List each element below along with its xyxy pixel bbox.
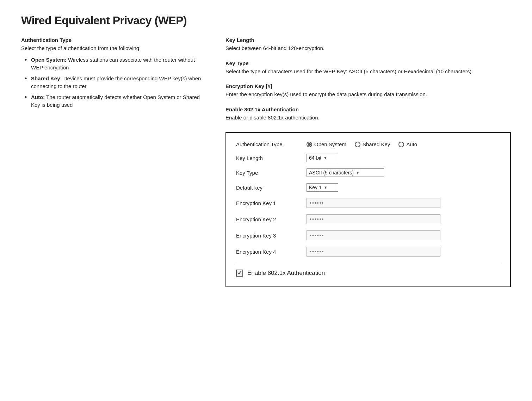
enc-key-4-row: Encryption Key 4 [236,247,500,257]
key-type-form-control: ASCII (5 characters) ▼ [307,168,500,177]
radio-open-system-label: Open System [314,141,346,147]
enable-802-checkbox[interactable] [236,270,243,277]
radio-shared-key[interactable]: Shared Key [355,141,390,147]
auth-type-label: Authentication Type [236,141,307,147]
list-item: Shared Key: Devices must provide the cor… [25,75,204,91]
radio-auto[interactable]: Auto [398,141,417,147]
default-key-chevron-icon: ▼ [324,185,328,190]
enable-802-row[interactable]: Enable 802.1x Authentication [236,270,500,277]
right-column: Key Length Select between 64-bit and 128… [225,37,511,287]
wep-form-box: Authentication Type Open System Shared K… [225,132,511,287]
key-type-heading: Key Type [225,60,511,66]
key-length-form-control: 64-bit ▼ [307,154,500,162]
default-key-value: Key 1 [309,185,322,190]
enc-key-4-control [307,247,500,257]
default-key-label: Default key [236,185,307,191]
enc-key-body: Enter the encryption key(s) used to encr… [225,91,511,99]
key-length-row: Key Length 64-bit ▼ [236,154,500,162]
bullet-auto-text: The router automatically detects whether… [31,94,200,108]
radio-shared-key-circle [355,142,360,147]
bullet-auto-label: Auto: [31,94,45,100]
enc-key-heading: Encryption Key [#] [225,83,511,89]
key-type-body: Select the type of characters used for t… [225,68,511,76]
key-type-section: Key Type Select the type of characters u… [225,60,511,76]
enc-key-3-row: Encryption Key 3 [236,230,500,240]
auth-type-row: Authentication Type Open System Shared K… [236,141,500,147]
key-length-section: Key Length Select between 64-bit and 128… [225,37,511,53]
form-divider [236,263,500,263]
enc-key-2-row: Encryption Key 2 [236,214,500,224]
key-type-select[interactable]: ASCII (5 characters) ▼ [307,168,384,177]
auth-type-heading: Authentication Type [21,37,204,43]
enable-802-heading: Enable 802.1x Authentication [225,106,511,112]
enable-802-checkbox-label: Enable 802.1x Authentication [247,270,325,277]
radio-auto-label: Auto [406,141,417,147]
key-type-form-label: Key Type [236,170,307,176]
default-key-row: Default key Key 1 ▼ [236,183,500,192]
key-length-heading: Key Length [225,37,511,43]
key-type-value: ASCII (5 characters) [309,170,354,175]
enc-key-2-label: Encryption Key 2 [236,216,307,222]
radio-open-system[interactable]: Open System [307,141,346,147]
key-type-row: Key Type ASCII (5 characters) ▼ [236,168,500,177]
enc-key-4-input[interactable] [307,247,440,257]
auth-type-list: Open System: Wireless stations can assoc… [21,56,204,109]
key-length-value: 64-bit [309,155,321,161]
auth-type-control: Open System Shared Key Auto [307,141,500,147]
enc-key-3-input[interactable] [307,230,440,240]
enc-key-4-label: Encryption Key 4 [236,249,307,255]
key-length-body: Select between 64-bit and 128-encryption… [225,44,511,53]
default-key-control: Key 1 ▼ [307,183,500,192]
bullet-shared-key-label: Shared Key: [31,75,62,81]
page-title: Wired Equivalent Privacy (WEP) [21,14,511,27]
list-item: Open System: Wireless stations can assoc… [25,56,204,72]
enc-key-1-input[interactable] [307,198,440,208]
list-item: Auto: The router automatically detects w… [25,93,204,109]
enc-key-3-label: Encryption Key 3 [236,233,307,239]
key-type-chevron-icon: ▼ [356,171,360,175]
enc-key-2-control [307,214,500,224]
enc-key-2-input[interactable] [307,214,440,224]
radio-shared-key-label: Shared Key [363,141,390,147]
enable-802-section: Enable 802.1x Authentication Enable or d… [225,106,511,122]
enc-key-1-label: Encryption Key 1 [236,200,307,206]
key-length-select[interactable]: 64-bit ▼ [307,154,338,162]
radio-open-system-circle [307,142,312,147]
enc-key-3-control [307,230,500,240]
default-key-select[interactable]: Key 1 ▼ [307,183,338,192]
left-column: Authentication Type Select the type of a… [21,37,204,117]
key-length-form-label: Key Length [236,155,307,161]
radio-auto-circle [398,142,404,147]
auth-type-radio-group: Open System Shared Key Auto [307,141,417,147]
bullet-open-system-label: Open System: [31,57,67,63]
key-length-chevron-icon: ▼ [323,156,327,160]
auth-type-intro: Select the type of authentication from t… [21,44,204,53]
enc-key-1-row: Encryption Key 1 [236,198,500,208]
enable-802-body: Enable or disable 802.1x authentication. [225,114,511,122]
enc-key-1-control [307,198,500,208]
enc-key-section: Encryption Key [#] Enter the encryption … [225,83,511,99]
